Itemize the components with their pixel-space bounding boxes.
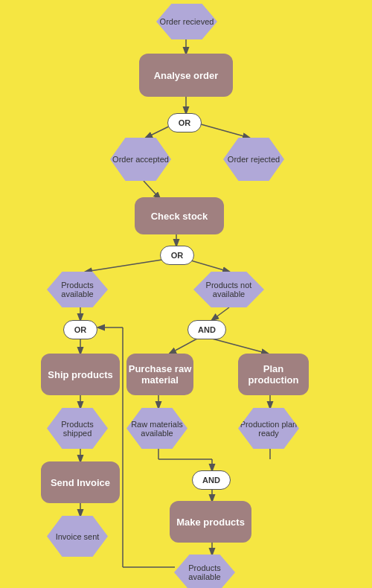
products-available2-label: Products available bbox=[174, 563, 235, 581]
or3-label: OR bbox=[74, 325, 87, 334]
and2-node: AND bbox=[192, 470, 231, 490]
svg-line-11 bbox=[170, 339, 197, 354]
send-invoice-label: Send Invoice bbox=[51, 477, 110, 488]
order-received-label: Order recieved bbox=[160, 17, 214, 26]
analyse-order-label: Analyse order bbox=[154, 70, 219, 81]
make-products-label: Make products bbox=[176, 517, 245, 528]
svg-line-4 bbox=[144, 181, 160, 199]
analyse-order-node: Analyse order bbox=[139, 54, 233, 97]
order-received-node: Order recieved bbox=[156, 4, 217, 39]
production-plan-node: Production plan ready bbox=[238, 408, 299, 449]
or3-node: OR bbox=[63, 320, 97, 339]
products-shipped-label: Products shipped bbox=[47, 420, 108, 438]
products-available2-node: Products available bbox=[174, 555, 235, 588]
svg-line-3 bbox=[196, 123, 249, 138]
ship-products-label: Ship products bbox=[48, 369, 112, 380]
products-shipped-node: Products shipped bbox=[47, 408, 108, 449]
and1-label: AND bbox=[198, 325, 216, 334]
production-plan-label: Production plan ready bbox=[238, 420, 299, 438]
invoice-sent-node: Invoice sent bbox=[47, 516, 108, 557]
products-not-available-label: Products not available bbox=[193, 281, 264, 298]
svg-line-12 bbox=[212, 339, 268, 354]
order-accepted-label: Order accepted bbox=[112, 155, 169, 164]
check-stock-label: Check stock bbox=[151, 211, 208, 222]
products-available-node: Products available bbox=[47, 272, 108, 307]
ship-products-node: Ship products bbox=[41, 354, 120, 395]
svg-line-7 bbox=[186, 259, 229, 272]
svg-line-9 bbox=[212, 307, 229, 320]
products-not-available-node: Products not available bbox=[193, 272, 264, 307]
raw-materials-node: Raw materials available bbox=[126, 408, 187, 449]
or1-label: OR bbox=[179, 118, 191, 127]
check-stock-node: Check stock bbox=[135, 197, 224, 234]
svg-line-6 bbox=[86, 259, 167, 272]
or2-label: OR bbox=[171, 251, 184, 260]
order-rejected-node: Order rejected bbox=[223, 138, 284, 181]
purchase-raw-label: Purchase raw material bbox=[126, 363, 193, 386]
and1-node: AND bbox=[187, 320, 226, 339]
invoice-sent-label: Invoice sent bbox=[56, 532, 100, 541]
order-rejected-label: Order rejected bbox=[228, 155, 280, 164]
and2-label: AND bbox=[202, 476, 220, 485]
or1-node: OR bbox=[167, 113, 202, 132]
send-invoice-node: Send Invoice bbox=[41, 461, 120, 503]
raw-materials-label: Raw materials available bbox=[126, 420, 187, 438]
plan-production-node: Plan production bbox=[238, 354, 309, 395]
plan-production-label: Plan production bbox=[238, 363, 309, 386]
purchase-raw-node: Purchase raw material bbox=[126, 354, 193, 395]
or2-node: OR bbox=[160, 246, 194, 265]
products-available-label: Products available bbox=[47, 281, 108, 298]
make-products-node: Make products bbox=[170, 501, 251, 543]
order-accepted-node: Order accepted bbox=[110, 138, 171, 181]
